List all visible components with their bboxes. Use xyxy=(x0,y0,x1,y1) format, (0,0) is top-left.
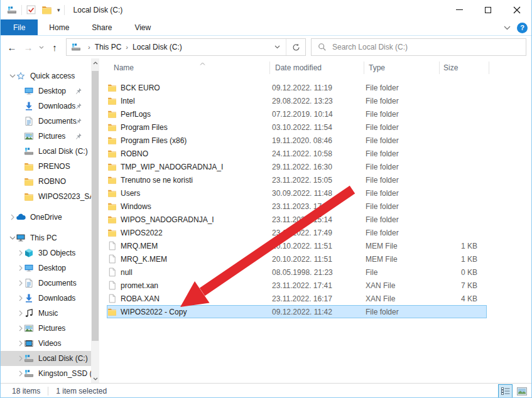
maximize-button[interactable] xyxy=(474,0,502,19)
tree-chevron-icon[interactable] xyxy=(18,325,24,331)
scrollbar-thumb[interactable] xyxy=(92,71,99,341)
tab-file[interactable]: File xyxy=(1,19,38,35)
sidebar-item-quick-access[interactable]: Quick access xyxy=(1,68,91,83)
sidebar-item-onedrive[interactable]: OneDrive xyxy=(1,210,91,225)
file-row-perflogs[interactable]: PerfLogs 07.12.2019. 10:14 File folder xyxy=(107,107,487,121)
thumbnails-view-icon[interactable] xyxy=(514,384,529,398)
folder-icon xyxy=(107,136,117,145)
sidebar-item-downloads[interactable]: Downloads xyxy=(1,99,91,114)
tree-chevron-icon[interactable] xyxy=(18,280,24,286)
sidebar-item-local-disk-c[interactable]: Local Disk (C:) xyxy=(1,144,91,159)
sidebar-item-pictures[interactable]: Pictures xyxy=(1,129,91,144)
folder-icon xyxy=(107,83,117,92)
sidebar-item-music[interactable]: Music xyxy=(1,306,91,321)
tree-chevron-icon[interactable] xyxy=(9,73,16,79)
file-row-wipos2022-copy[interactable]: WIPOS2022 - Copy 09.12.2022. 11:42 File … xyxy=(107,305,487,318)
properties-check-icon[interactable] xyxy=(26,4,36,15)
nav-arrows: ← → ↑ xyxy=(4,40,62,55)
sidebar-item-label: OneDrive xyxy=(30,213,62,222)
tree-chevron-icon[interactable] xyxy=(18,355,24,362)
breadcrumb-local-disk[interactable]: Local Disk (C:) xyxy=(133,43,182,51)
sidebar-item-local-disk-c[interactable]: Local Disk (C:) xyxy=(1,351,91,366)
minimize-button[interactable] xyxy=(445,0,474,19)
file-row-windows[interactable]: Windows 23.11.2023. 17:19 File folder xyxy=(107,200,487,213)
items-count: 18 items xyxy=(12,387,40,395)
details-view-icon[interactable] xyxy=(498,384,513,398)
sidebar-item-videos[interactable]: Videos xyxy=(1,336,91,351)
tree-chevron-icon[interactable] xyxy=(18,250,24,256)
column-header-type[interactable]: Type xyxy=(364,62,440,74)
sidebar-item-documents[interactable]: Documents xyxy=(1,114,91,129)
file-type-cell: File folder xyxy=(361,229,437,237)
file-row-mrq-mem[interactable]: MRQ.MEM 20.10.2022. 11:51 MEM File 1 KB xyxy=(107,239,487,252)
column-header-date-modified[interactable]: Date modified xyxy=(270,62,364,74)
sidebar-item-desktop[interactable]: Desktop xyxy=(1,83,91,99)
sidebar-item-downloads[interactable]: Downloads xyxy=(1,291,91,306)
file-name-cell: WIPOS2022 - Copy xyxy=(107,307,267,316)
sidebar-scrollbar[interactable] xyxy=(91,58,99,383)
file-name: promet.xan xyxy=(121,281,158,290)
tree-chevron-icon[interactable] xyxy=(18,295,24,301)
sidebar-item-3d-objects[interactable]: 3D Objects xyxy=(1,245,91,261)
tree-chevron-icon[interactable] xyxy=(9,214,16,220)
close-button[interactable] xyxy=(502,0,531,19)
tree-chevron-icon[interactable] xyxy=(18,310,24,316)
tab-share[interactable]: Share xyxy=(80,19,123,35)
file-row-program-files-x86[interactable]: Program Files (x86) 19.11.2020. 08:46 Fi… xyxy=(107,134,487,147)
file-row-intel[interactable]: Intel 29.08.2022. 13:23 File folder xyxy=(107,94,487,107)
column-header-size[interactable]: Size xyxy=(440,62,489,74)
scroll-up-icon[interactable] xyxy=(91,58,99,67)
file-row-tmp-wip-nadogradnja-i[interactable]: TMP_WIP_NADOGRADNJA_I 29.11.2022. 16:30 … xyxy=(107,160,487,173)
file-row-roba-xan[interactable]: ROBA.XAN 23.11.2022. 16:17 XAN File 4 KB xyxy=(107,292,487,305)
sidebar-item-label: Videos xyxy=(38,339,61,348)
file-date-cell: 07.12.2019. 10:14 xyxy=(267,110,361,119)
tree-chevron-icon xyxy=(18,148,24,154)
file-row-users[interactable]: Users 30.09.2022. 11:48 File folder xyxy=(107,186,487,200)
file-row-wipos2022[interactable]: WIPOS2022 23.11.2022. 17:49 File folder xyxy=(107,226,487,239)
tree-chevron-icon[interactable] xyxy=(18,340,24,347)
tab-home[interactable]: Home xyxy=(38,19,80,35)
history-chevron-icon[interactable] xyxy=(37,40,46,55)
file-row-robno[interactable]: ROBNO 24.11.2022. 10:58 File folder xyxy=(107,147,487,160)
sidebar-item-label: Kingston_SSD (E xyxy=(38,369,91,378)
file-row-program-files[interactable]: Program Files 03.10.2022. 11:54 File fol… xyxy=(107,121,487,134)
forward-icon[interactable]: → xyxy=(21,40,36,55)
search-input[interactable]: Search Local Disk (C:) xyxy=(311,38,526,56)
up-icon[interactable]: ↑ xyxy=(47,40,62,55)
customize-caret-icon[interactable]: ▾ xyxy=(57,7,60,13)
column-header-name[interactable]: Name xyxy=(99,62,270,74)
expand-ribbon-chevron-down-icon[interactable] xyxy=(504,26,511,30)
tree-chevron-icon[interactable] xyxy=(18,265,24,271)
file-row-mrq-k-mem[interactable]: MRQ_K.MEM 20.10.2022. 11:51 MEM File 1 K… xyxy=(107,252,487,266)
file-date-cell: 09.12.2022. 11:42 xyxy=(267,308,361,316)
sidebar-item-this-pc[interactable]: This PC xyxy=(1,230,91,245)
file-row-wipos-nadogradnja-i[interactable]: WIPOS_NADOGRADNJA_I 23.11.2022. 15:14 Fi… xyxy=(107,213,487,226)
sidebar-item-pictures[interactable]: Pictures xyxy=(1,321,91,336)
file-type-cell: File folder xyxy=(361,308,437,316)
sidebar-item-documents[interactable]: Documents xyxy=(1,276,91,291)
back-icon[interactable]: ← xyxy=(4,40,19,55)
file-row-trenutno-se-ne-koristi[interactable]: Trenutno se ne koristi 23.11.2022. 15:05… xyxy=(107,173,487,186)
tree-chevron-icon[interactable] xyxy=(9,235,16,241)
refresh-icon[interactable] xyxy=(286,39,305,55)
new-folder-icon[interactable] xyxy=(41,4,52,15)
address-dropdown-chevron-icon[interactable] xyxy=(269,44,286,50)
sidebar-item-wipos2023-sam[interactable]: WIPOS2023_SAM xyxy=(1,189,91,204)
help-icon[interactable]: ? xyxy=(517,23,528,33)
tab-view[interactable]: View xyxy=(123,19,162,35)
file-icon xyxy=(107,294,117,303)
breadcrumb-this-pc[interactable]: This PC xyxy=(95,43,122,51)
breadcrumb[interactable]: › This PC › Local Disk (C:) xyxy=(66,38,306,56)
file-name-cell: MRQ_K.MEM xyxy=(107,254,267,264)
sidebar-item-desktop[interactable]: Desktop xyxy=(1,261,91,276)
file-row-bck-euro[interactable]: BCK EURO 09.12.2022. 11:19 File folder xyxy=(107,81,487,94)
scroll-down-icon[interactable] xyxy=(91,374,99,383)
tree-chevron-icon[interactable] xyxy=(18,370,24,377)
sidebar-item-prenos[interactable]: PRENOS xyxy=(1,159,91,174)
file-row-null[interactable]: null 08.05.1998. 21:23 File 0 KB xyxy=(107,266,487,279)
sidebar-item-robno[interactable]: ROBNO xyxy=(1,174,91,189)
sidebar-item-kingston-ssd-e[interactable]: Kingston_SSD (E xyxy=(1,366,91,381)
file-row-promet-xan[interactable]: promet.xan 23.11.2022. 17:41 XAN File 7 … xyxy=(107,279,487,292)
sidebar-item-label: Quick access xyxy=(30,72,75,80)
file-date-cell: 29.11.2022. 16:30 xyxy=(267,163,361,171)
